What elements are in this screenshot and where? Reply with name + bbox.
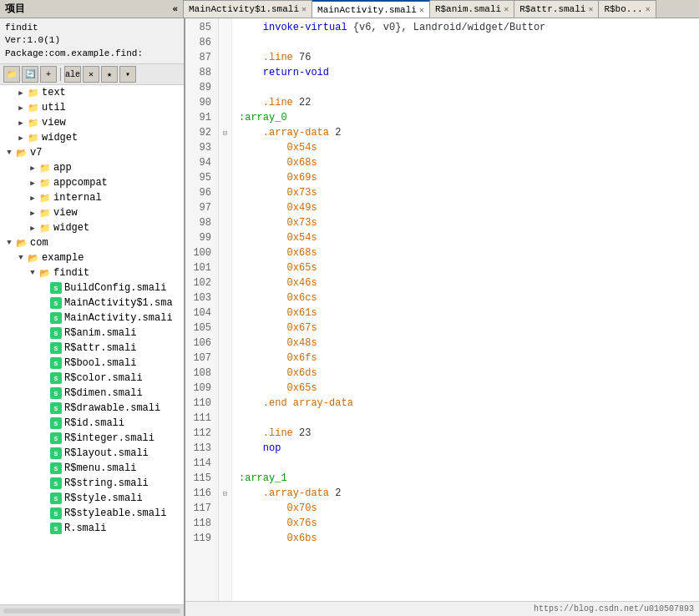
tree-item-findit[interactable]: ▼📂findit <box>0 265 184 280</box>
tree-item-util[interactable]: ▶📁util <box>0 100 184 115</box>
file-s-icon: S <box>50 432 62 444</box>
tree-expand-icon: ▶ <box>15 87 27 98</box>
collapse-panel-btn[interactable]: « <box>172 4 178 14</box>
file-s-icon: S <box>50 357 62 369</box>
toolbar-btn-star[interactable]: ★ <box>101 66 118 83</box>
tree-item-RSstyle[interactable]: SR$style.smali <box>0 491 184 506</box>
tab-close-icon[interactable]: ✕ <box>419 5 424 15</box>
tree-item-RSstring[interactable]: SR$string.smali <box>0 476 184 491</box>
code-token-plain <box>239 275 287 290</box>
tab-tab4[interactable]: R$attr.smali✕ <box>514 0 599 18</box>
tree-item-RSmenu[interactable]: SR$menu.smali <box>0 461 184 476</box>
tree-expand-icon <box>38 492 50 504</box>
left-panel-scrollbar[interactable] <box>0 604 184 616</box>
code-line: 0x6ds <box>239 366 692 381</box>
tree-item-RSstyleable[interactable]: SR$styleable.smali <box>0 506 184 521</box>
tree-item-v7-view[interactable]: ▶📁view <box>0 205 184 220</box>
code-line: .array-data 2 <box>239 125 692 140</box>
code-token-hex-val: 0x65s <box>287 381 317 396</box>
tree-item-v7-internal[interactable]: ▶📁internal <box>0 190 184 205</box>
code-token-hex-val: 0x68s <box>287 155 317 170</box>
tree-item-label: R.smali <box>64 523 106 534</box>
line-number: 103 <box>185 290 215 305</box>
toolbar-btn-more[interactable]: ▾ <box>119 66 136 83</box>
tree-item-text[interactable]: ▶📁text <box>0 85 184 100</box>
file-s-icon: S <box>50 372 62 384</box>
code-line: 0x61s <box>239 305 692 321</box>
tree-item-com[interactable]: ▼📂com <box>0 235 184 250</box>
fold-empty <box>219 110 231 125</box>
toolbar-btn-add[interactable]: + <box>40 66 57 83</box>
tree-item-RSdrawable[interactable]: SR$drawable.smali <box>0 401 184 416</box>
tree-item-RSid[interactable]: SR$id.smali <box>0 416 184 431</box>
tab-close-icon[interactable]: ✕ <box>646 4 651 14</box>
line-number: 115 <box>185 471 215 486</box>
tree-item-v7-widget[interactable]: ▶📁widget <box>0 220 184 235</box>
tab-tab2[interactable]: MainActivity.smali✕ <box>312 0 430 18</box>
tree-item-v7[interactable]: ▼📂v7 <box>0 145 184 160</box>
tab-label: R$attr.smali <box>519 4 585 14</box>
tree-item-label: widget <box>53 222 89 234</box>
fold-close-btn[interactable]: ⊟ <box>219 125 231 140</box>
code-token-hex-val: 0x49s <box>287 200 317 215</box>
tab-tab3[interactable]: R$anim.smali✕ <box>430 0 514 18</box>
line-number: 97 <box>185 200 215 215</box>
code-content[interactable]: invoke-virtual {v6, v0}, Landroid/widget… <box>232 18 699 601</box>
code-token-plain: 76 <box>293 50 312 65</box>
tab-tab1[interactable]: MainActivity$1.smali✕ <box>184 0 312 18</box>
tree-item-example[interactable]: ▼📂example <box>0 250 184 265</box>
tab-close-icon[interactable]: ✕ <box>588 4 593 14</box>
tab-label: MainActivity$1.smali <box>189 4 299 14</box>
code-token-plain <box>239 366 287 381</box>
code-token-plain: {v6, v0}, Landroid/widget/Buttor <box>347 20 546 35</box>
tree-item-v7-appcompat[interactable]: ▶📁appcompat <box>0 175 184 190</box>
fold-empty <box>219 50 231 65</box>
tree-item-RSbool[interactable]: SR$bool.smali <box>0 356 184 371</box>
code-token-hex-val: 0x54s <box>287 140 317 155</box>
fold-empty <box>219 411 231 426</box>
tree-item-RScolor[interactable]: SR$color.smali <box>0 371 184 386</box>
tree-item-MainActivitysmali[interactable]: SMainActivity.smali <box>0 311 184 326</box>
code-line: .array-data 2 <box>239 486 692 501</box>
code-line: .line 23 <box>239 426 692 441</box>
line-number: 101 <box>185 260 215 275</box>
tree-item-RSattr[interactable]: SR$attr.smali <box>0 341 184 356</box>
fold-empty <box>219 426 231 441</box>
code-token-plain <box>239 531 287 546</box>
fold-empty <box>219 245 231 260</box>
tree-expand-icon <box>38 462 50 474</box>
line-number: 87 <box>185 50 215 65</box>
toolbar-btn-delete[interactable]: ✕ <box>83 66 99 83</box>
code-line: nop <box>239 441 692 456</box>
toolbar-btn-sync[interactable]: 🔄 <box>22 66 38 83</box>
tab-close-icon[interactable]: ✕ <box>301 4 306 14</box>
code-token-hex-val: 0x6ds <box>287 366 317 381</box>
tree-expand-icon: ▶ <box>27 222 38 234</box>
toolbar-btn-rename[interactable]: ale <box>64 66 81 83</box>
code-token-hex-val: 0x69s <box>287 170 317 185</box>
tab-tab5[interactable]: R$bo...✕ <box>599 0 656 18</box>
tree-item-view[interactable]: ▶📁view <box>0 115 184 130</box>
tree-item-widget[interactable]: ▶📁widget <box>0 130 184 145</box>
tab-close-icon[interactable]: ✕ <box>504 4 509 14</box>
tree-item-RSinteger[interactable]: SR$integer.smali <box>0 431 184 446</box>
tree-item-RSdimen[interactable]: SR$dimen.smali <box>0 386 184 401</box>
code-token-plain <box>239 426 263 441</box>
tree-item-BuildConfig[interactable]: SBuildConfig.smali <box>0 280 184 295</box>
tree-item-RSlayout[interactable]: SR$layout.smali <box>0 446 184 461</box>
fold-close-btn[interactable]: ⊟ <box>219 486 231 501</box>
tree-item-R[interactable]: SR.smali <box>0 521 184 536</box>
code-token-hex-val: 0x6bs <box>287 531 317 546</box>
tree-expand-icon <box>38 282 50 294</box>
file-s-icon: S <box>50 327 62 339</box>
toolbar-btn-folder-expand[interactable]: 📁 <box>3 66 20 83</box>
horizontal-scrollbar[interactable] <box>3 608 180 613</box>
tree-item-RSanim[interactable]: SR$anim.smali <box>0 326 184 341</box>
code-token-plain <box>239 50 263 65</box>
fold-empty <box>219 215 231 230</box>
tree-item-label: text <box>42 87 66 98</box>
tree-item-v7-app[interactable]: ▶📁app <box>0 160 184 175</box>
code-token-plain <box>239 305 287 321</box>
tree-item-MainActivity1[interactable]: SMainActivity$1.sma <box>0 295 184 311</box>
code-line: 0x6bs <box>239 531 692 546</box>
